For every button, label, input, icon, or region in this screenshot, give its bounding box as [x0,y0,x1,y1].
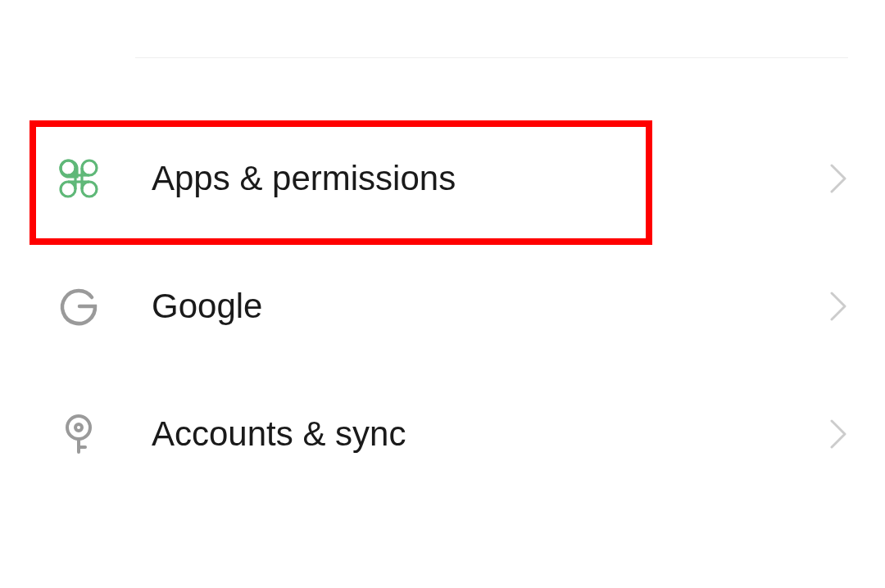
svg-point-1 [82,161,97,175]
svg-point-9 [75,424,82,431]
chevron-right-icon [828,162,848,195]
settings-list: Apps & permissions Google [0,115,885,498]
svg-point-2 [61,182,75,197]
settings-item-google[interactable]: Google [0,242,885,370]
settings-item-label: Google [152,287,828,326]
divider [135,57,848,58]
settings-item-apps-permissions[interactable]: Apps & permissions [0,115,885,242]
chevron-right-icon [828,290,848,323]
chevron-right-icon [828,418,848,450]
key-icon [57,413,100,455]
svg-point-8 [67,416,90,439]
settings-item-label: Accounts & sync [152,414,828,454]
settings-item-accounts-sync[interactable]: Accounts & sync [0,370,885,498]
google-icon [57,285,100,328]
svg-point-0 [61,161,75,175]
command-icon [57,157,100,200]
settings-item-label: Apps & permissions [152,159,828,198]
svg-point-3 [82,182,97,197]
